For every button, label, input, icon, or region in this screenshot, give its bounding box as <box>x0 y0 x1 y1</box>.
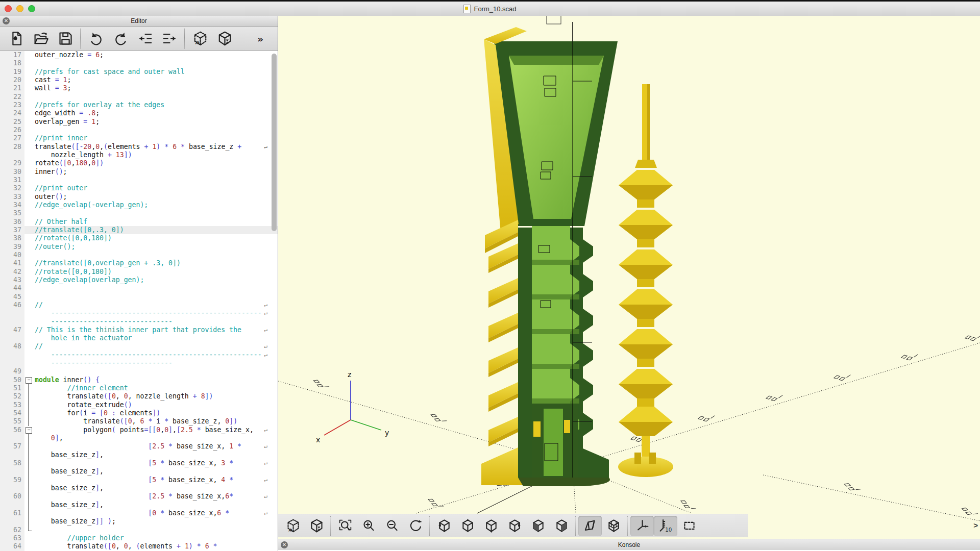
view-back-button[interactable] <box>550 516 573 536</box>
show-scale-markers-button[interactable]: 10 <box>654 516 677 536</box>
line-number: 26 <box>0 126 24 134</box>
code-row[interactable]: ----------------------------------------… <box>0 351 278 359</box>
code-row[interactable]: 57 [2.5 * base_size_x, 1 *↵ <box>0 442 278 450</box>
code-row[interactable]: 50−module inner() { <box>0 376 278 384</box>
code-row[interactable]: 28translate([-20,0,(elements + 1) * 6 * … <box>0 143 278 151</box>
code-row[interactable]: ------------------------------ <box>0 359 278 367</box>
code-row[interactable]: 21wall = 3; <box>0 84 278 92</box>
new-file-button[interactable] <box>4 29 29 49</box>
code-row[interactable]: 17outer_nozzle = 6; <box>0 51 278 59</box>
code-row[interactable]: base_size_z]] ); <box>0 517 278 525</box>
fold-column[interactable]: − <box>24 426 35 434</box>
code-row[interactable]: 38//rotate([0,0,180]) <box>0 234 278 242</box>
zoom-in-button[interactable] <box>357 516 380 536</box>
code-row[interactable]: 64 translate([0, 0, (elements + 1) * 6 * <box>0 542 278 550</box>
save-file-button[interactable] <box>53 29 78 49</box>
code-row[interactable]: 36// Other half <box>0 218 278 226</box>
code-row[interactable]: base_size_z], <box>0 484 278 492</box>
zoom-all-button[interactable] <box>333 516 357 536</box>
code-row[interactable]: 29rotate([0,180,0]) <box>0 159 278 167</box>
view-top-icon <box>460 518 475 533</box>
fold-column[interactable]: − <box>24 376 35 384</box>
code-row[interactable]: 41//translate([0,overlap_gen + .3, 0]) <box>0 259 278 267</box>
code-row[interactable]: 49 <box>0 367 278 375</box>
code-row[interactable]: 22 <box>0 93 278 101</box>
redo-button[interactable] <box>108 29 133 49</box>
code-row[interactable]: 62 <box>0 526 278 534</box>
render-button[interactable] <box>305 516 328 536</box>
code-row[interactable]: 25overlap_gen = 1; <box>0 118 278 126</box>
fold-marker-icon[interactable]: − <box>26 377 32 384</box>
code-row[interactable]: base_size_z], <box>0 467 278 475</box>
editor-scrollbar[interactable] <box>272 54 277 231</box>
code-row[interactable]: 61 [0 * base_size_x,6 *↵ <box>0 509 278 517</box>
code-row[interactable]: ----------------------------------------… <box>0 309 278 317</box>
code-row[interactable]: 43//edge_ovelap(overlap_gen); <box>0 276 278 284</box>
code-row[interactable]: 45 <box>0 293 278 301</box>
code-row[interactable]: 0], <box>0 434 278 442</box>
code-row[interactable]: 54 for(i = [0 : elements]) <box>0 409 278 417</box>
code-row[interactable]: 32//print outer <box>0 184 278 192</box>
fold-marker-icon[interactable]: − <box>26 427 32 434</box>
open-file-button[interactable] <box>29 29 53 49</box>
preview-button[interactable]: » <box>281 516 305 536</box>
code-row[interactable]: 52 translate([0, 0, nozzle_length + 8]) <box>0 392 278 400</box>
show-axes-button[interactable] <box>630 516 654 536</box>
code-row[interactable]: base_size_z], <box>0 451 278 459</box>
line-number <box>0 151 24 159</box>
code-row[interactable]: 31 <box>0 176 278 184</box>
indent-button[interactable] <box>157 29 182 49</box>
code-editor[interactable]: 17outer_nozzle = 6;1819//prefs for cast … <box>0 51 278 551</box>
code-row[interactable]: 20cast = 1; <box>0 76 278 84</box>
code-row[interactable]: 63 //upper holder <box>0 534 278 542</box>
code-row[interactable]: 47// This is the thinish inner part that… <box>0 326 278 334</box>
code-row[interactable]: 53 rotate_extrude() <box>0 401 278 409</box>
perspective-button[interactable] <box>578 516 602 536</box>
zoom-out-button[interactable] <box>380 516 404 536</box>
code-row[interactable]: 56− polygon( points=[[0,0],[2.5 * base_s… <box>0 426 278 434</box>
code-row[interactable]: 23//prefs for overlay at the edges <box>0 101 278 109</box>
view-toolbar-overflow[interactable]: > <box>973 521 978 530</box>
code-row[interactable]: 37//translate([0,.3, 0]) <box>0 226 278 234</box>
preview-button[interactable]: » <box>188 29 212 49</box>
render-button[interactable] <box>212 29 237 49</box>
code-row[interactable]: base_size_z], <box>0 501 278 509</box>
reset-view-button[interactable] <box>404 516 427 536</box>
code-row[interactable]: 55 translate([0, 6 * i * base_size_z, 0]… <box>0 417 278 425</box>
code-row[interactable]: 59 [5 * base_size_x, 4 *↵ <box>0 476 278 484</box>
code-row[interactable]: 24edge_width = .8; <box>0 109 278 117</box>
toolbar-overflow-button[interactable]: » <box>250 29 275 49</box>
code-row[interactable]: 18 <box>0 59 278 67</box>
code-row[interactable]: 27//print inner <box>0 134 278 142</box>
code-row[interactable]: ------------------------------ <box>0 318 278 326</box>
code-row[interactable]: 35 <box>0 209 278 217</box>
unindent-button[interactable] <box>133 29 157 49</box>
code-row[interactable]: 42//rotate([0,0,180]) <box>0 268 278 276</box>
code-row[interactable]: 26 <box>0 126 278 134</box>
orthogonal-button[interactable] <box>602 516 625 536</box>
view-front-button[interactable] <box>526 516 550 536</box>
code-row[interactable]: 48//↵ <box>0 342 278 350</box>
code-row[interactable]: 51 //inner element <box>0 384 278 392</box>
code-row[interactable]: 30inner(); <box>0 168 278 176</box>
code-row[interactable]: 33outer(); <box>0 193 278 201</box>
code-row[interactable]: 60 [2.5 * base_size_x,6*↵ <box>0 492 278 500</box>
title-bar[interactable]: Form_10.scad <box>0 2 980 16</box>
view-top-button[interactable] <box>456 516 479 536</box>
code-row[interactable]: 39//outer(); <box>0 243 278 251</box>
code-row[interactable]: nozzle_length + 13]) <box>0 151 278 159</box>
view-bottom-button[interactable] <box>479 516 503 536</box>
view-left-button[interactable] <box>503 516 526 536</box>
3d-viewport[interactable]: z x y »10 > <box>278 16 980 539</box>
code-row[interactable]: 58 [5 * base_size_x, 3 *↵ <box>0 459 278 467</box>
code-row[interactable]: 46//↵ <box>0 301 278 309</box>
code-row[interactable]: hole in the actuator <box>0 334 278 342</box>
code-row[interactable]: 44 <box>0 284 278 292</box>
view-all-button[interactable] <box>677 516 701 536</box>
undo-button[interactable] <box>84 29 108 49</box>
view-right-button[interactable] <box>432 516 456 536</box>
code-row[interactable]: 40 <box>0 251 278 259</box>
viewport-canvas[interactable]: z x y <box>278 16 980 539</box>
code-row[interactable]: 34//edge_ovelap(-overlap_gen); <box>0 201 278 209</box>
code-row[interactable]: 19//prefs for cast space and outer wall <box>0 68 278 76</box>
